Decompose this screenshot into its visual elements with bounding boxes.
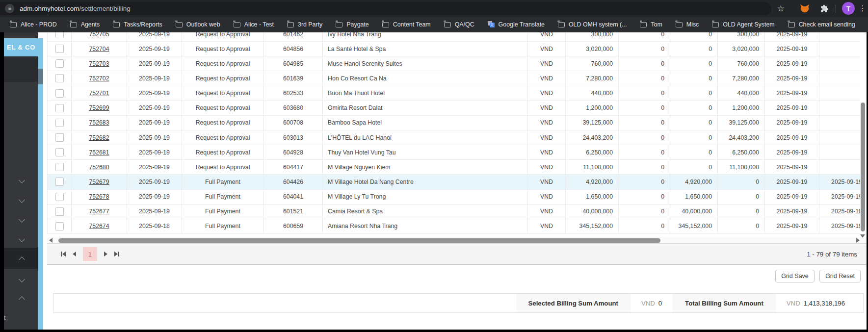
bookmark-folder[interactable]: QA/QC bbox=[444, 21, 474, 28]
billing-id-link[interactable]: 752683 bbox=[89, 119, 109, 126]
row-checkbox[interactable] bbox=[55, 119, 64, 127]
adjust-amount-cell: 0 bbox=[619, 145, 670, 159]
property-no-cell: 601462 bbox=[264, 32, 323, 41]
row-checkbox[interactable] bbox=[55, 178, 64, 186]
pager-prev-button[interactable] bbox=[73, 252, 76, 256]
row-checkbox[interactable] bbox=[55, 32, 64, 38]
bookmark-folder[interactable]: Content Team bbox=[382, 21, 431, 28]
adjust-amount-cell: 0 bbox=[619, 32, 670, 41]
pager-first-button[interactable] bbox=[61, 252, 66, 256]
fox-extension-icon[interactable] bbox=[798, 0, 812, 17]
table-row: 7526772025-09-19Full Payment601521Camia … bbox=[47, 204, 860, 219]
adjust-amount-cell: 0 bbox=[619, 116, 670, 130]
property-name-cell: L'HÔTEL du LAC Hanoi bbox=[323, 130, 528, 145]
bookmark-star-icon[interactable]: ☆ bbox=[774, 0, 787, 17]
grid-save-button[interactable]: Grid Save bbox=[775, 270, 815, 282]
row-checkbox[interactable] bbox=[55, 59, 64, 68]
row-checkbox[interactable] bbox=[55, 148, 64, 156]
billing-id-link[interactable]: 752699 bbox=[89, 104, 109, 111]
billing-date-cell: 2025-09-19 bbox=[127, 175, 182, 189]
vertical-scrollbar-thumb[interactable] bbox=[861, 102, 865, 231]
bookmark-folder[interactable]: 文Google Translate bbox=[488, 21, 545, 28]
pager-last-button[interactable] bbox=[114, 252, 119, 256]
payment-date-cell bbox=[819, 86, 860, 101]
adjust-amount-cell: 0 bbox=[619, 86, 670, 101]
unpaid-amount-cell: 440,000 bbox=[718, 86, 765, 101]
bookmark-folder[interactable]: Misc bbox=[676, 21, 699, 28]
sidebar-scroll-thumb[interactable] bbox=[38, 69, 43, 84]
row-checkbox[interactable] bbox=[55, 104, 64, 112]
approval-date-cell: 2025-09-19 bbox=[765, 56, 819, 71]
row-checkbox[interactable] bbox=[55, 207, 64, 216]
pager-next-button[interactable] bbox=[104, 252, 107, 256]
bookmark-folder[interactable]: Agents bbox=[70, 21, 100, 28]
unpaid-amount-cell: 0 bbox=[718, 204, 765, 219]
billing-id-link[interactable]: 752674 bbox=[89, 223, 109, 230]
bookmark-folder[interactable]: Alice - PROD bbox=[10, 21, 57, 28]
billing-id-link[interactable]: 752678 bbox=[89, 193, 109, 200]
bookmark-folder[interactable]: Paygate bbox=[336, 21, 368, 28]
property-no-cell: 601639 bbox=[264, 71, 323, 85]
billing-id-link[interactable]: 752704 bbox=[89, 46, 109, 52]
horizontal-scrollbar-thumb[interactable] bbox=[58, 238, 660, 243]
unpaid-amount-cell: 0 bbox=[718, 219, 765, 233]
bookmark-folder[interactable]: OLD Agent System bbox=[712, 21, 774, 28]
approval-date-cell: 2025-09-19 bbox=[765, 204, 819, 219]
property-name-cell: Camia Resort & Spa bbox=[323, 204, 528, 219]
paid-amount-cell: 345,152,000 bbox=[670, 219, 718, 233]
property-no-cell: 604041 bbox=[264, 190, 323, 204]
folder-icon bbox=[10, 22, 17, 27]
row-checkbox[interactable] bbox=[55, 133, 64, 142]
bookmark-folder[interactable]: Outlook web bbox=[176, 21, 220, 28]
adjust-amount-cell: 0 bbox=[619, 101, 670, 115]
row-checkbox[interactable] bbox=[55, 45, 64, 53]
billing-id-link[interactable]: 752677 bbox=[89, 208, 109, 215]
bookmark-folder[interactable]: Check email sending bbox=[788, 21, 855, 28]
grid-reset-button[interactable]: Grid Reset bbox=[819, 270, 861, 282]
row-checkbox[interactable] bbox=[55, 74, 64, 82]
billing-id-link[interactable]: 752702 bbox=[89, 75, 109, 82]
currency-cell: VND bbox=[528, 145, 566, 159]
billing-id-link[interactable]: 752701 bbox=[89, 90, 109, 97]
billing-grid: 7527052025-09-19Request to Approval60146… bbox=[47, 32, 860, 236]
table-row: 7526832025-09-19Request to Approval60070… bbox=[47, 116, 860, 130]
payment-date-cell: 2025-09-19 bbox=[819, 175, 860, 189]
row-checkbox-cell bbox=[47, 116, 72, 130]
row-checkbox[interactable] bbox=[55, 163, 64, 171]
paid-amount-cell: 40,000,000 bbox=[670, 204, 718, 219]
scroll-right-arrow[interactable] bbox=[856, 238, 860, 243]
sidebar-section bbox=[4, 56, 38, 82]
billing-date-cell: 2025-09-19 bbox=[127, 32, 182, 41]
scroll-left-arrow[interactable] bbox=[49, 238, 53, 243]
billing-id-link[interactable]: 752681 bbox=[89, 149, 109, 156]
paid-amount-cell: 4,920,000 bbox=[670, 175, 718, 189]
bookmark-folder[interactable]: 3rd Party bbox=[287, 21, 322, 28]
approval-date-cell: 2025-09-19 bbox=[765, 130, 819, 145]
address-bar[interactable]: ☰ adm.ohmyhotel.com/settlement/billing bbox=[0, 2, 771, 15]
billing-amount-cell: 39,125,000 bbox=[566, 116, 619, 130]
bookmark-folder[interactable]: Alice - Test bbox=[234, 21, 274, 28]
billing-id-link[interactable]: 752680 bbox=[89, 164, 109, 171]
row-checkbox[interactable] bbox=[55, 193, 64, 201]
row-checkbox[interactable] bbox=[55, 222, 64, 230]
billing-id-link[interactable]: 752682 bbox=[89, 134, 109, 141]
extensions-icon[interactable] bbox=[817, 0, 831, 17]
billing-id-link[interactable]: 752679 bbox=[89, 179, 109, 185]
bookmark-folder[interactable]: OLD OMH system (... bbox=[558, 21, 627, 28]
bookmark-label: Paygate bbox=[346, 21, 368, 28]
bookmark-folder[interactable]: Tom bbox=[640, 21, 662, 28]
bookmark-label: OLD Agent System bbox=[723, 21, 774, 28]
billing-id-link[interactable]: 752703 bbox=[89, 60, 109, 67]
payment-date-cell bbox=[819, 56, 860, 71]
property-no-cell: 600659 bbox=[264, 219, 323, 233]
bookmark-folder[interactable]: Tasks/Reports bbox=[113, 21, 162, 28]
site-info-icon[interactable]: ☰ bbox=[5, 4, 14, 13]
profile-avatar[interactable]: T bbox=[842, 2, 855, 15]
payment-date-cell bbox=[819, 160, 860, 174]
chrome-menu-icon[interactable]: ⋮ bbox=[858, 0, 868, 17]
status-cell: Request to Approval bbox=[182, 32, 264, 41]
row-checkbox[interactable] bbox=[55, 89, 64, 98]
billing-id-link[interactable]: 752705 bbox=[89, 32, 109, 38]
billing-id-cell: 752704 bbox=[72, 42, 127, 56]
pager-page-1[interactable]: 1 bbox=[83, 247, 97, 261]
